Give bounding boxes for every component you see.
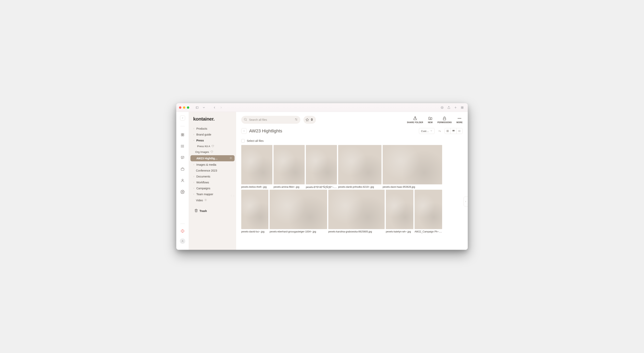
sidebar-item-team-mapper[interactable]: Team mapper bbox=[190, 191, 234, 197]
svg-rect-52 bbox=[447, 131, 448, 132]
sidebar-label: Org Images bbox=[195, 150, 209, 154]
search-field[interactable] bbox=[241, 116, 300, 124]
svg-rect-0 bbox=[196, 106, 198, 108]
drag-handle-icon[interactable]: ⋮⋮ bbox=[230, 194, 235, 197]
rail-back-button[interactable] bbox=[180, 116, 185, 120]
breadcrumb-row: AW23 Hightlights Cust… bbox=[241, 128, 462, 134]
sidebar-label: Press bbox=[196, 139, 204, 142]
select-all-checkbox[interactable] bbox=[241, 139, 245, 142]
thumbnail-image bbox=[338, 145, 382, 184]
sidebar-item-org-images[interactable]: Org Images bbox=[190, 149, 234, 155]
rail-user-icon[interactable] bbox=[180, 178, 186, 184]
sidebar-label: Press Kit A bbox=[197, 145, 210, 148]
sidebar-label: Video bbox=[196, 199, 203, 202]
gear-icon[interactable] bbox=[230, 156, 232, 160]
svg-rect-11 bbox=[181, 133, 182, 134]
window-close-button[interactable] bbox=[179, 106, 182, 109]
sidebar-label: Brand guide bbox=[196, 133, 211, 136]
svg-rect-51 bbox=[448, 130, 448, 131]
nav-forward-button[interactable] bbox=[218, 105, 224, 110]
file-thumbnail[interactable]: pexels-eberhard-grossgasteiger-1004~.jpg bbox=[270, 190, 327, 233]
traffic-lights bbox=[179, 106, 189, 109]
gear-icon[interactable] bbox=[204, 198, 207, 202]
sidebar-item-brandguide[interactable]: Brand guide bbox=[190, 132, 234, 138]
file-name: pexels-Ð°Ð½Ð°Ñ▯Ñ▯Ð°~.jpg bbox=[306, 186, 337, 188]
share-icon[interactable] bbox=[446, 105, 452, 110]
chevron-right-icon bbox=[193, 133, 195, 136]
chevron-down-icon[interactable] bbox=[201, 105, 206, 110]
new-button[interactable]: NEW bbox=[428, 116, 433, 124]
view-large-grid-button[interactable] bbox=[445, 128, 450, 134]
right-edge-toggle[interactable] bbox=[464, 196, 468, 206]
sidebar-toggle-button[interactable] bbox=[194, 105, 200, 110]
back-button[interactable] bbox=[241, 128, 247, 134]
file-thumbnail[interactable]: pexels-danik-prihodko-8219~.jpg bbox=[338, 145, 382, 188]
svg-point-30 bbox=[182, 240, 183, 241]
sort-dropdown[interactable]: Cust… bbox=[419, 128, 435, 134]
svg-point-64 bbox=[458, 131, 459, 131]
window-minimize-button[interactable] bbox=[183, 106, 185, 109]
file-name: pexels-danik-prihodko-8219~.jpg bbox=[338, 186, 382, 188]
thumbnail-image bbox=[328, 190, 385, 229]
tabs-icon[interactable] bbox=[460, 105, 465, 110]
svg-point-19 bbox=[181, 146, 182, 146]
search-input[interactable] bbox=[249, 118, 292, 121]
svg-rect-13 bbox=[181, 135, 182, 136]
sidebar-item-trash[interactable]: Trash bbox=[190, 207, 234, 215]
sliders-icon[interactable] bbox=[294, 118, 298, 122]
sort-direction-icon[interactable] bbox=[437, 128, 442, 134]
sidebar-item-presskit-a[interactable]: Press Kit A bbox=[190, 144, 234, 149]
favorites-pill[interactable]: 0 bbox=[304, 116, 316, 124]
sidebar-item-products[interactable]: Products bbox=[190, 126, 234, 132]
svg-rect-53 bbox=[448, 131, 448, 132]
view-list-button[interactable] bbox=[456, 128, 462, 134]
rail-settings-icon[interactable] bbox=[180, 189, 186, 195]
thumbnail-image bbox=[383, 145, 442, 184]
action-label: PERMISSIONS bbox=[438, 121, 452, 124]
sidebar-item-video[interactable]: Video bbox=[190, 197, 234, 203]
rail-briefcase-icon[interactable] bbox=[180, 166, 186, 172]
sidebar-item-press[interactable]: Press bbox=[190, 138, 234, 144]
rail-avatar[interactable] bbox=[180, 238, 185, 244]
more-button[interactable]: MORE bbox=[456, 116, 462, 124]
rail-help-icon[interactable] bbox=[180, 228, 186, 234]
file-thumbnail[interactable]: pexels-katelyn-wh~.jpg bbox=[386, 190, 414, 233]
share-folder-button[interactable]: SHARE FOLDER bbox=[407, 116, 423, 124]
nav-back-button[interactable] bbox=[212, 105, 217, 110]
rail-list-icon[interactable] bbox=[180, 143, 186, 149]
permissions-button[interactable]: PERMISSIONS bbox=[438, 116, 452, 124]
sidebar-label: Team mapper bbox=[196, 193, 213, 196]
rail-chat-icon[interactable] bbox=[180, 155, 186, 160]
plus-icon[interactable] bbox=[453, 105, 458, 110]
svg-rect-8 bbox=[462, 106, 464, 107]
heart-icon[interactable] bbox=[211, 144, 214, 148]
sidebar-item-documents[interactable]: Documents bbox=[190, 174, 234, 180]
file-thumbnail[interactable]: pexels-karolina-grabowska-8925805.jpg bbox=[328, 190, 385, 233]
svg-point-45 bbox=[459, 118, 460, 118]
thumbnail-image bbox=[414, 190, 442, 229]
file-thumbnail[interactable]: pexels-amina-filkin~.jpg bbox=[274, 145, 305, 188]
heart-icon[interactable] bbox=[210, 150, 213, 154]
sidebar-label: Products bbox=[196, 127, 207, 130]
file-thumbnail[interactable]: pexels-leeloo-thefi~.jpg bbox=[241, 145, 272, 188]
file-thumbnail[interactable]: pexels-Ð°Ð½Ð°Ñ▯Ñ▯Ð°~.jpg bbox=[306, 145, 337, 188]
gallery: pexels-leeloo-thefi~.jpgpexels-amina-fil… bbox=[241, 145, 462, 234]
window-maximize-button[interactable] bbox=[187, 106, 189, 109]
titlebar bbox=[176, 103, 468, 112]
sidebar-item-aw23[interactable]: AW23 Hightlig… bbox=[190, 155, 234, 161]
svg-line-34 bbox=[246, 120, 246, 120]
rail-dashboard-icon[interactable] bbox=[180, 132, 186, 138]
file-thumbnail[interactable]: AW22_Campaign Ph~.jpg bbox=[414, 190, 442, 233]
file-thumbnail[interactable]: pexels-david-luc~.jpg bbox=[241, 190, 268, 233]
sidebar-item-workflows[interactable]: Workflows bbox=[190, 180, 234, 185]
view-small-grid-button[interactable] bbox=[450, 128, 456, 134]
thumbnail-image bbox=[241, 190, 268, 229]
svg-rect-55 bbox=[453, 130, 454, 130]
svg-rect-54 bbox=[452, 130, 453, 130]
download-icon[interactable] bbox=[440, 105, 445, 110]
file-thumbnail[interactable]: pexels-dave-haas-953626.jpg bbox=[383, 145, 442, 188]
sidebar-item-campaigns[interactable]: Campaigns bbox=[190, 185, 234, 191]
sidebar-item-conference[interactable]: Conference 2023 bbox=[190, 168, 234, 174]
view-mode-segment bbox=[444, 128, 462, 134]
sidebar-item-images-media[interactable]: Images & media bbox=[190, 162, 234, 168]
